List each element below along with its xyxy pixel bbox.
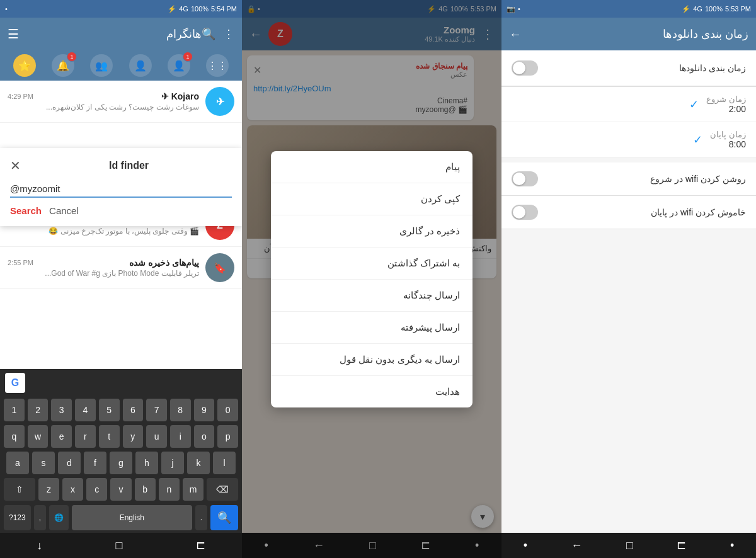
key-f[interactable]: f <box>84 452 106 474</box>
menu-item-send-no-quote[interactable]: ارسال به دیگری بدون نقل قول <box>271 344 472 376</box>
toggle-knob-wifi-end <box>513 206 525 219</box>
nav-recent-3[interactable]: ⊏ <box>677 538 686 552</box>
key-l[interactable]: l <box>213 452 236 474</box>
key-e[interactable]: e <box>51 425 72 448</box>
panel-download-schedule: 📷 • ⚡ 4G 100% 5:53 PM ← زمان بندی دانلود… <box>501 0 756 558</box>
key-6[interactable]: 6 <box>123 399 144 421</box>
key-r[interactable]: r <box>75 425 96 448</box>
menu-item-copy[interactable]: کپی کردن <box>271 183 472 215</box>
key-s[interactable]: s <box>32 452 55 474</box>
tab-grid[interactable]: ⋮⋮ <box>206 54 229 77</box>
menu-item-message[interactable]: پیام <box>271 151 472 183</box>
key-d[interactable]: d <box>58 452 81 474</box>
key-language[interactable]: 🌐 <box>49 505 69 530</box>
context-menu-overlay[interactable]: پیام کپی کردن ذخیره در گالری به اشتراک گ… <box>242 0 501 558</box>
clock-3: 5:53 PM <box>725 5 751 13</box>
wifi-end-label: خاموش کردن wifi در پایان <box>651 207 746 217</box>
key-space[interactable]: English <box>72 505 192 530</box>
key-x[interactable]: x <box>62 478 83 501</box>
key-i[interactable]: i <box>170 425 191 448</box>
key-j[interactable]: j <box>161 452 184 474</box>
tab-starred[interactable]: ⭐ <box>13 54 36 77</box>
key-3[interactable]: 3 <box>51 399 72 421</box>
key-c[interactable]: c <box>86 478 107 501</box>
nav-bar-3: • ← □ ⊏ • <box>501 533 756 558</box>
key-b[interactable]: b <box>135 478 156 501</box>
more-icon[interactable]: ⋮ <box>223 27 234 41</box>
key-y[interactable]: y <box>123 425 144 448</box>
toggle-knob-wifi-start <box>513 173 525 185</box>
key-1[interactable]: 1 <box>4 399 25 421</box>
kbd-row-qwerty: q w e r t y u i o p <box>0 423 242 450</box>
wifi-end-row: خاموش کردن wifi در پایان <box>501 196 756 229</box>
nav-home-1[interactable]: □ <box>116 539 123 552</box>
key-k[interactable]: k <box>187 452 210 474</box>
key-n[interactable]: n <box>159 478 180 501</box>
key-m[interactable]: m <box>183 478 203 501</box>
key-t[interactable]: t <box>99 425 120 448</box>
end-time-value: 8:00 <box>710 139 746 149</box>
tab-contacts[interactable]: 👤 <box>129 54 152 77</box>
kbd-row-numbers: 1 2 3 4 5 6 7 8 9 0 <box>0 397 242 423</box>
chat-item-saved[interactable]: پیام‌های ذخیره شده 2:55 PM تریلر قابلیت … <box>0 247 242 289</box>
start-time-label: زمان شروع <box>706 94 746 104</box>
context-menu: پیام کپی کردن ذخیره در گالری به اشتراک گ… <box>271 151 472 407</box>
nav-recent-1[interactable]: ⊏ <box>196 538 205 552</box>
key-8[interactable]: 8 <box>170 399 191 421</box>
key-q[interactable]: q <box>4 425 25 448</box>
search-icon[interactable]: 🔍 <box>202 27 215 41</box>
master-toggle-label: زمان بندی دانلودها <box>679 63 746 73</box>
chat-name-saved: پیام‌های ذخیره شده <box>129 258 199 268</box>
id-finder-input[interactable] <box>10 181 232 198</box>
key-4[interactable]: 4 <box>75 399 96 421</box>
key-v[interactable]: v <box>110 478 131 501</box>
key-comma[interactable]: , <box>34 505 46 530</box>
nav-back-3[interactable]: ← <box>571 539 583 552</box>
id-finder-cancel-button[interactable]: Cancel <box>49 205 79 216</box>
notification-badge: 1 <box>67 52 77 62</box>
key-g[interactable]: g <box>110 452 132 474</box>
menu-item-share[interactable]: به اشتراک گذاشتن <box>271 248 472 280</box>
key-p[interactable]: p <box>217 425 238 448</box>
tab-groups[interactable]: 👥 <box>90 54 113 77</box>
key-shift[interactable]: ⇧ <box>4 478 35 501</box>
back-button-3[interactable]: ← <box>509 27 522 42</box>
key-u[interactable]: u <box>146 425 167 448</box>
id-finder-close-button[interactable]: ✕ <box>10 158 21 173</box>
chat-item-kojaro[interactable]: Kojaro ✈ 4:29 PM سوغات رشت چیست؟ رشت یکی… <box>0 81 242 123</box>
key-search-button[interactable]: 🔍 <box>210 505 238 530</box>
key-symbols[interactable]: ?123 <box>4 505 31 530</box>
end-time-row[interactable]: ✓ زمان پایان 8:00 <box>501 122 756 157</box>
kbd-row-zxcv: ⇧ z x c v b n m ⌫ <box>0 476 242 503</box>
tab-users[interactable]: 👤1 <box>168 54 190 77</box>
tab-notifications[interactable]: 🔔1 <box>52 54 74 77</box>
key-backspace[interactable]: ⌫ <box>207 478 238 501</box>
key-h[interactable]: h <box>135 452 158 474</box>
menu-item-advanced-send[interactable]: ارسال پیشرفته <box>271 312 472 344</box>
key-7[interactable]: 7 <box>146 399 167 421</box>
wifi-start-toggle[interactable] <box>512 171 538 186</box>
nav-home-3[interactable]: □ <box>626 539 633 552</box>
key-z[interactable]: z <box>38 478 59 501</box>
key-9[interactable]: 9 <box>194 399 215 421</box>
start-time-row[interactable]: ✓ زمان شروع 2:00 <box>501 87 756 122</box>
status-bar-3: 📷 • ⚡ 4G 100% 5:53 PM <box>501 0 756 18</box>
menu-icon[interactable]: ☰ <box>8 26 19 42</box>
status-bar-1: • ⚡ 4G 100% 5:54 PM <box>0 0 242 18</box>
key-5[interactable]: 5 <box>99 399 120 421</box>
kbd-row-asdf: a s d f g h j k l <box>0 450 242 476</box>
key-a[interactable]: a <box>6 452 29 474</box>
key-w[interactable]: w <box>28 425 49 448</box>
key-period[interactable]: . <box>195 505 207 530</box>
key-o[interactable]: o <box>194 425 215 448</box>
menu-item-save-gallery[interactable]: ذخیره در گالری <box>271 215 472 248</box>
nav-back-1[interactable]: ↓ <box>37 539 42 552</box>
wifi-end-toggle[interactable] <box>512 205 538 220</box>
menu-item-multi-send[interactable]: ارسال چندگانه <box>271 280 472 312</box>
menu-item-redirect[interactable]: هدایت <box>271 376 472 407</box>
key-0[interactable]: 0 <box>217 399 238 421</box>
key-2[interactable]: 2 <box>28 399 49 421</box>
master-toggle[interactable] <box>512 60 538 76</box>
id-finder-search-button[interactable]: Search <box>10 205 42 216</box>
signal-3: 4G <box>693 5 702 13</box>
